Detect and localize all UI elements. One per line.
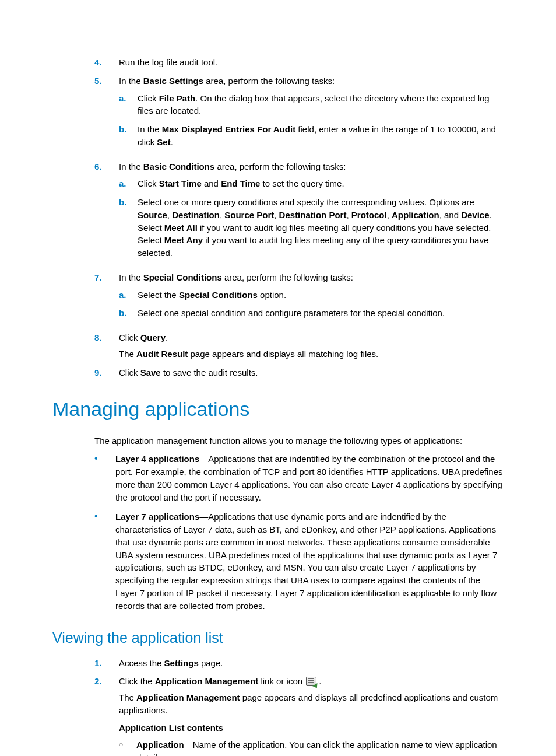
circle-bullet-icon: ○ <box>119 738 136 756</box>
step-number: 2. <box>52 675 119 756</box>
step-text: Run the log file audit tool. <box>119 56 504 69</box>
text: , <box>387 210 392 220</box>
substep-marker: b. <box>119 307 138 320</box>
substep-content: Select one special condition and configu… <box>138 307 504 320</box>
bold-term: Source Port <box>224 210 274 220</box>
substep-a: a. Select the Special Conditions option. <box>119 289 504 302</box>
bold-term: File Path <box>159 93 196 103</box>
bold-term: Basic Conditions <box>143 162 215 172</box>
text: —Name of the application. You can click … <box>136 740 497 756</box>
view-step-1: 1. Access the Settings page. <box>52 657 504 670</box>
substep-content: Select the Special Conditions option. <box>138 289 504 302</box>
bold-term: Query <box>140 332 166 342</box>
substep-b: b. In the Max Displayed Entries For Audi… <box>119 123 504 149</box>
substep-marker: a. <box>119 289 138 302</box>
text: , <box>167 210 172 220</box>
text: page. <box>199 658 223 668</box>
step-9: 9. Click Save to save the audit results. <box>52 366 504 379</box>
bold-term: Start Time <box>159 178 202 188</box>
bold-term: Device <box>461 210 489 220</box>
step-number: 8. <box>52 331 119 360</box>
text: The <box>119 349 136 359</box>
view-application-steps: 1. Access the Settings page. 2. Click th… <box>52 657 504 756</box>
list-content: Layer 7 applications—Applications that u… <box>115 510 504 612</box>
substep-b: b. Select one special condition and conf… <box>119 307 504 320</box>
text: to set the query time. <box>260 178 344 188</box>
text: and <box>202 178 221 188</box>
result-text: The Application Management page appears … <box>119 691 504 717</box>
bold-term: Destination Port <box>279 210 347 220</box>
substep-a: a. Click File Path. On the dialog box th… <box>119 92 504 118</box>
text: —Applications that use dynamic ports and… <box>115 512 497 610</box>
bold-term: Layer 4 applications <box>115 454 199 464</box>
substeps: a. Click File Path. On the dialog box th… <box>119 92 504 149</box>
substeps: a. Select the Special Conditions option.… <box>119 289 504 320</box>
text: Click <box>119 368 140 377</box>
step-7: 7. In the Special Conditions area, perfo… <box>52 271 504 326</box>
bold-term: Meet Any <box>164 235 203 245</box>
procedure-steps-top: 4. Run the log file audit tool. 5. In th… <box>52 56 504 379</box>
application-management-icon <box>306 677 318 687</box>
step-5: 5. In the Basic Settings area, perform t… <box>52 75 504 155</box>
list-item-application: ○ Application—Name of the application. Y… <box>119 738 504 756</box>
list-item-layer7: • Layer 7 applications—Applications that… <box>52 510 504 612</box>
substep-content: In the Max Displayed Entries For Audit f… <box>138 123 504 149</box>
text: The <box>119 692 136 702</box>
bold-term: Protocol <box>351 210 387 220</box>
substep-content: Select one or more query conditions and … <box>138 196 504 260</box>
text: In the <box>119 162 143 172</box>
text: link or icon <box>258 676 305 686</box>
step-6: 6. In the Basic Conditions area, perform… <box>52 160 504 265</box>
list-item-layer4: • Layer 4 applications—Applications that… <box>52 453 504 503</box>
application-types-list: • Layer 4 applications—Applications that… <box>52 453 504 612</box>
result-text: The Audit Result page appears and displa… <box>119 348 504 360</box>
bullet-icon: • <box>52 453 115 503</box>
step-content: Click Save to save the audit results. <box>119 366 504 379</box>
text: , <box>274 210 279 220</box>
bold-term: Set <box>157 137 170 147</box>
text: Select the <box>138 290 179 300</box>
step-8: 8. Click Query. The Audit Result page ap… <box>52 331 504 360</box>
bullet-icon: • <box>52 510 115 612</box>
text: In the <box>119 76 143 86</box>
heading-viewing-application-list: Viewing the application list <box>52 627 504 648</box>
step-number: 9. <box>52 366 119 379</box>
bold-term: Save <box>140 368 161 377</box>
step-4: 4. Run the log file audit tool. <box>52 56 504 69</box>
substep-marker: b. <box>119 123 138 149</box>
bold-term: Application <box>392 210 439 220</box>
bold-term: Settings <box>164 658 199 668</box>
text: . <box>171 137 173 147</box>
bold-term: Meet All <box>164 223 198 233</box>
text: option. <box>258 290 286 300</box>
substep-marker: b. <box>119 196 138 260</box>
bold-term: Destination <box>172 210 220 220</box>
text: Click <box>138 93 159 103</box>
bold-term: Audit Result <box>136 349 188 359</box>
text: , and <box>439 210 462 220</box>
substep-a: a. Click Start Time and End Time to set … <box>119 177 504 190</box>
document-page: 4. Run the log file audit tool. 5. In th… <box>0 0 556 756</box>
substeps: a. Click Start Time and End Time to set … <box>119 177 504 260</box>
text: area, perform the following tasks: <box>214 162 346 172</box>
text: area, perform the following tasks: <box>203 76 335 86</box>
text: page appears and displays all matching l… <box>188 349 378 359</box>
application-list-contents-title: Application List contents <box>119 722 504 734</box>
step-line: Click the Application Management link or… <box>119 675 504 688</box>
substep-marker: a. <box>119 177 138 190</box>
text: to save the audit results. <box>161 368 258 377</box>
heading-managing-applications: Managing applications <box>52 395 504 424</box>
view-step-2: 2. Click the Application Management link… <box>52 675 504 756</box>
bold-term: Application Management <box>136 692 240 702</box>
bold-term: Max Displayed Entries For Audit <box>162 124 296 134</box>
step-content: Click Query. The Audit Result page appea… <box>119 331 504 360</box>
step-number: 1. <box>52 657 119 670</box>
intro-paragraph: The application management function allo… <box>52 435 504 447</box>
step-content: Access the Settings page. <box>119 657 504 670</box>
text: Click the <box>119 676 155 686</box>
step-number: 7. <box>52 271 119 326</box>
text: In the <box>119 272 143 282</box>
step-number: 5. <box>52 75 119 155</box>
step-content: In the Special Conditions area, perform … <box>119 271 504 326</box>
bold-term: Application <box>136 740 184 750</box>
